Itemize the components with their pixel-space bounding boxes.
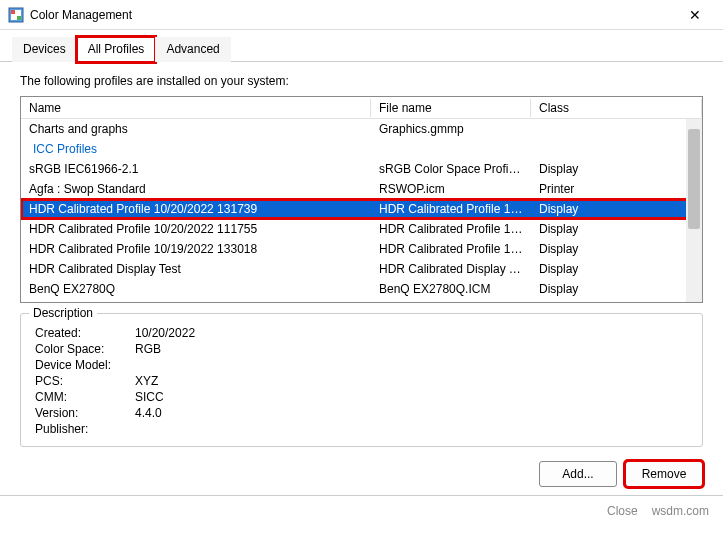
col-header-name[interactable]: Name <box>21 99 371 117</box>
table-row[interactable]: HDR Calibrated Profile 10/20/2022 111755… <box>21 219 702 239</box>
close-icon[interactable]: ✕ <box>675 7 715 23</box>
table-row[interactable]: BenQ EX2780Q BenQ EX2780Q.ICM Display <box>21 279 702 299</box>
footer: Close wsdm.com <box>0 495 723 526</box>
scrollbar[interactable] <box>686 119 702 302</box>
window-title: Color Management <box>30 8 675 22</box>
tab-strip: Devices All Profiles Advanced <box>0 30 723 62</box>
pcs-value: XYZ <box>135 374 158 388</box>
version-label: Version: <box>35 406 135 420</box>
table-row[interactable]: Agfa : Swop Standard RSWOP.icm Printer <box>21 179 702 199</box>
tab-advanced[interactable]: Advanced <box>155 37 230 62</box>
publisher-label: Publisher: <box>35 422 135 436</box>
list-header: Name File name Class <box>21 97 702 119</box>
colorspace-value: RGB <box>135 342 161 356</box>
title-bar: Color Management ✕ <box>0 0 723 30</box>
cmm-value: SICC <box>135 390 164 404</box>
close-button[interactable]: Close <box>607 504 638 518</box>
table-row[interactable]: HDR Calibrated Profile 10/19/2022 133018… <box>21 239 702 259</box>
created-label: Created: <box>35 326 135 340</box>
description-group: Description Created:10/20/2022 Color Spa… <box>20 313 703 447</box>
tab-devices[interactable]: Devices <box>12 37 77 62</box>
svg-rect-3 <box>17 16 21 20</box>
devicemodel-label: Device Model: <box>35 358 135 372</box>
table-row[interactable]: Charts and graphs Graphics.gmmp <box>21 119 702 139</box>
table-row[interactable]: sRGB IEC61966-2.1 sRGB Color Space Profi… <box>21 159 702 179</box>
description-legend: Description <box>29 306 97 320</box>
created-value: 10/20/2022 <box>135 326 195 340</box>
app-icon <box>8 7 24 23</box>
remove-button[interactable]: Remove <box>625 461 703 487</box>
version-value: 4.4.0 <box>135 406 162 420</box>
table-row-selected[interactable]: HDR Calibrated Profile 10/20/2022 131739… <box>21 199 702 219</box>
group-icc-profiles: ICC Profiles <box>21 139 702 159</box>
pcs-label: PCS: <box>35 374 135 388</box>
watermark: wsdm.com <box>652 504 709 518</box>
scrollbar-thumb[interactable] <box>688 129 700 229</box>
profile-list: Name File name Class Charts and graphs G… <box>20 96 703 303</box>
tab-all-profiles[interactable]: All Profiles <box>77 37 156 62</box>
col-header-file[interactable]: File name <box>371 99 531 117</box>
table-row[interactable]: HDR Calibrated Display Test HDR Calibrat… <box>21 259 702 279</box>
col-header-class[interactable]: Class <box>531 99 702 117</box>
instruction-text: The following profiles are installed on … <box>20 74 703 88</box>
cmm-label: CMM: <box>35 390 135 404</box>
svg-rect-2 <box>11 10 15 14</box>
colorspace-label: Color Space: <box>35 342 135 356</box>
add-button[interactable]: Add... <box>539 461 617 487</box>
